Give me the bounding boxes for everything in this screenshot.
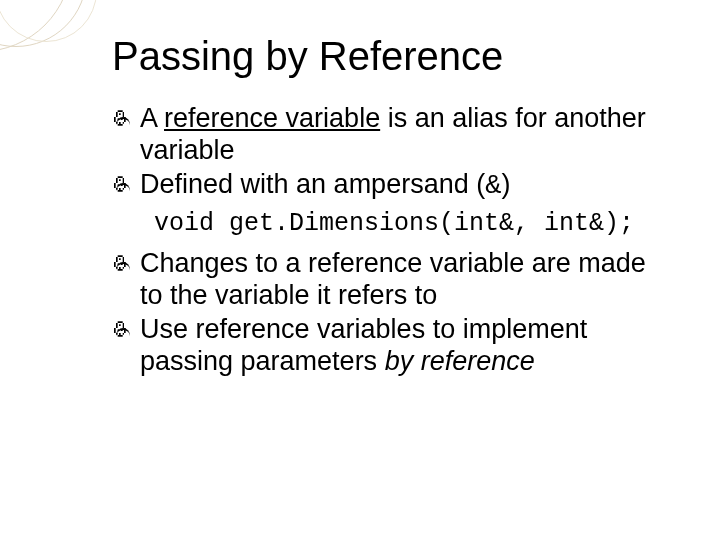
text: Changes to a reference variable are made… xyxy=(140,248,646,310)
slide-title: Passing by Reference xyxy=(112,34,660,79)
emphasis: by reference xyxy=(385,346,535,376)
code-line: void get.Dimensions(int&, int&); xyxy=(154,209,660,239)
text: A xyxy=(140,103,164,133)
bullet-item: ߷ Defined with an ampersand (&) xyxy=(112,169,660,203)
bullet-glyph-icon: ߷ xyxy=(112,103,126,135)
bullet-glyph-icon: ߷ xyxy=(112,169,126,201)
underlined-term: reference variable xyxy=(164,103,380,133)
bullet-item: ߷ A reference variable is an alias for a… xyxy=(112,103,660,167)
bullet-glyph-icon: ߷ xyxy=(112,314,126,346)
bullet-item: ߷ Changes to a reference variable are ma… xyxy=(112,248,660,312)
slide-body: ߷ A reference variable is an alias for a… xyxy=(112,103,660,378)
text: Defined with an ampersand ( xyxy=(140,169,485,199)
slide: Passing by Reference ߷ A reference varia… xyxy=(0,0,720,540)
text: ) xyxy=(501,169,510,199)
bullet-item: ߷ Use reference variables to implement p… xyxy=(112,314,660,378)
bullet-glyph-icon: ߷ xyxy=(112,248,126,280)
inline-code: & xyxy=(485,171,501,201)
